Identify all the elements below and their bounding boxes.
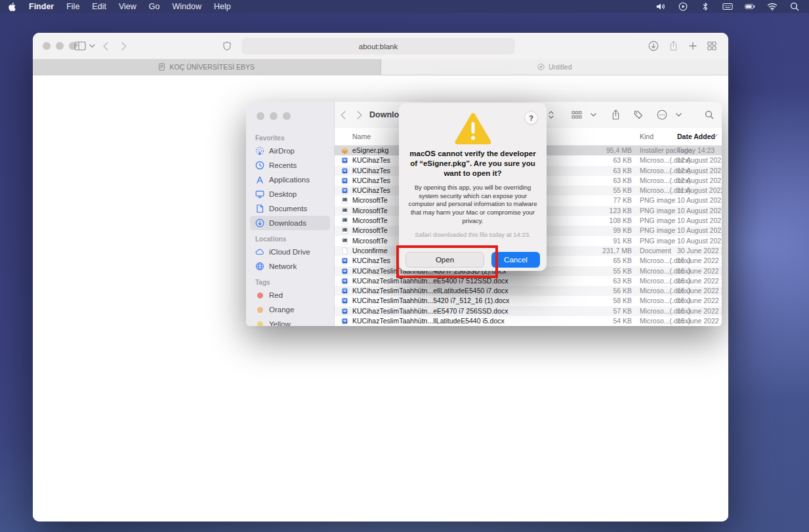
finder-forward-button[interactable] <box>357 102 362 128</box>
sidebar-item-yellow[interactable]: Yellow <box>250 317 330 326</box>
share-button[interactable] <box>669 33 678 59</box>
file-row[interactable]: WKUCihazTeslimTaahhütn...eE5400 i7 512SS… <box>335 276 722 286</box>
address-bar[interactable]: about:blank <box>241 38 515 54</box>
menu-item-window[interactable]: Window <box>172 2 201 11</box>
svg-text:W: W <box>343 159 346 163</box>
file-size: 58 KB <box>551 296 632 306</box>
file-size: 123 KB <box>551 206 632 216</box>
share-icon[interactable] <box>612 110 620 120</box>
sidebar-chevron-down-icon[interactable] <box>89 33 95 59</box>
keyboard-icon[interactable] <box>722 2 733 11</box>
sidebar-item-orange[interactable]: Orange <box>250 302 330 317</box>
downloads-button[interactable] <box>648 33 659 59</box>
file-name: KUCihazTeslimTaahhütn...ellLatitudeE5450… <box>352 286 549 296</box>
sidebar-toggle-icon[interactable] <box>74 33 86 59</box>
volume-icon[interactable] <box>655 2 666 11</box>
sidebar-item-desktop[interactable]: Desktop <box>250 187 330 201</box>
finder-back-button[interactable] <box>341 102 346 128</box>
more-actions-icon[interactable] <box>657 110 667 120</box>
play-icon[interactable] <box>678 2 688 11</box>
globe-icon <box>255 262 264 271</box>
file-date-added: 15 June 2022 11:05 <box>677 306 722 316</box>
battery-icon[interactable] <box>745 2 755 11</box>
sidebar-item-label: Documents <box>269 205 307 213</box>
apple-menu-icon[interactable] <box>8 3 16 11</box>
column-header-date-added[interactable]: Date Added <box>677 133 715 140</box>
minimize-window-button[interactable] <box>270 112 278 120</box>
file-row[interactable]: WKUCihazTeslimTaahhütn...5420 i7_512_16 … <box>335 296 722 306</box>
docx-file-icon: W <box>341 317 348 325</box>
sidebar-item-downloads[interactable]: Downloads <box>250 216 330 230</box>
sort-chevron-icon[interactable] <box>713 134 718 137</box>
pkg-file-icon <box>341 147 348 154</box>
sidebar-item-applications[interactable]: Applications <box>250 173 330 187</box>
search-icon[interactable] <box>789 2 800 11</box>
group-chevron-down-icon[interactable] <box>591 113 596 117</box>
docx-file-icon: W <box>341 308 348 315</box>
forward-button[interactable] <box>121 33 127 59</box>
column-header-kind[interactable]: Kind <box>640 133 653 140</box>
sidebar-item-red[interactable]: Red <box>250 288 330 302</box>
tab-label: KOÇ ÜNİVERSİTESİ EBYS <box>169 63 255 71</box>
desktop-icon <box>255 190 264 199</box>
clock-icon <box>255 161 264 170</box>
file-size: 63 KB <box>551 276 632 286</box>
sidebar-item-airdrop[interactable]: AirDrop <box>250 144 330 158</box>
column-header-name[interactable]: Name <box>352 133 371 140</box>
tab-overview-button[interactable] <box>707 33 716 59</box>
sidebar-item-recents[interactable]: Recents <box>250 158 330 173</box>
file-date-added: 15 June 2022 11:06 <box>677 256 722 266</box>
bluetooth-icon[interactable] <box>700 2 711 11</box>
safari-tab-bar: KOÇ ÜNİVERSİTESİ EBYSUntitled <box>33 59 728 75</box>
file-row[interactable]: WKUCihazTeslimTaahhütn...eE5470 i7 256SS… <box>335 306 722 316</box>
file-row[interactable]: WKUCihazTeslimTaahhütn...llLatitudeE5440… <box>335 316 722 326</box>
file-name: KUCihazTeslimTaahhütn...5420 i7_512_16 (… <box>352 296 549 306</box>
sidebar-item-documents[interactable]: Documents <box>250 201 330 216</box>
menu-item-go[interactable]: Go <box>149 2 160 11</box>
help-button[interactable]: ? <box>524 111 538 125</box>
docx-file-icon: W <box>341 268 348 275</box>
zoom-window-button[interactable] <box>283 112 291 120</box>
sidebar-section-locations: Locations <box>246 230 334 245</box>
back-button[interactable] <box>103 33 108 59</box>
sidebar-item-icloud-drive[interactable]: iCloud Drive <box>250 245 330 259</box>
file-size: 55 KB <box>551 186 632 195</box>
file-size: 77 KB <box>551 195 632 205</box>
docx-file-icon: W <box>341 177 348 184</box>
sidebar-item-label: Desktop <box>269 190 297 198</box>
menu-app-name[interactable]: Finder <box>29 2 54 11</box>
svg-text:W: W <box>343 319 346 323</box>
close-window-button[interactable] <box>257 112 264 120</box>
file-row[interactable]: WKUCihazTeslimTaahhütn...ellLatitudeE545… <box>335 286 722 296</box>
more-chevron-down-icon[interactable] <box>676 113 682 117</box>
file-size: 57 KB <box>551 306 632 316</box>
wifi-icon[interactable] <box>767 2 778 11</box>
tag-icon[interactable] <box>634 110 643 119</box>
menu-item-edit[interactable]: Edit <box>92 2 106 11</box>
safari-tab-1[interactable]: KOÇ ÜNİVERSİTESİ EBYS <box>33 59 381 75</box>
new-tab-button[interactable] <box>689 33 697 59</box>
file-kind: PNG image <box>640 206 675 216</box>
group-by-icon[interactable] <box>571 111 582 119</box>
safari-toolbar: about:blank <box>33 33 728 59</box>
cancel-button[interactable]: Cancel <box>491 252 540 268</box>
tag-dot-icon <box>257 307 263 313</box>
document-icon <box>255 204 264 213</box>
privacy-shield-icon[interactable] <box>223 33 231 59</box>
sidebar-item-network[interactable]: Network <box>250 259 330 274</box>
view-updown-chevrons-icon[interactable] <box>549 111 554 119</box>
safari-tab-2[interactable]: Untitled <box>381 59 729 75</box>
close-window-button[interactable] <box>43 42 51 50</box>
file-kind: PNG image <box>640 195 675 205</box>
menu-item-file[interactable]: File <box>66 2 79 11</box>
docx-file-icon: W <box>341 297 348 304</box>
sidebar-item-label: Recents <box>269 161 297 169</box>
menu-item-help[interactable]: Help <box>214 2 231 11</box>
file-date-added: 12 August 2022 14:37 <box>677 155 722 165</box>
menu-item-view[interactable]: View <box>119 2 136 11</box>
minimize-window-button[interactable] <box>56 42 64 50</box>
search-icon[interactable] <box>705 110 714 119</box>
png-file-icon <box>341 207 348 215</box>
file-date-added: 15 June 2022 11:06 <box>677 276 722 286</box>
file-date-added: 10 August 2022 11:30 <box>677 226 722 235</box>
